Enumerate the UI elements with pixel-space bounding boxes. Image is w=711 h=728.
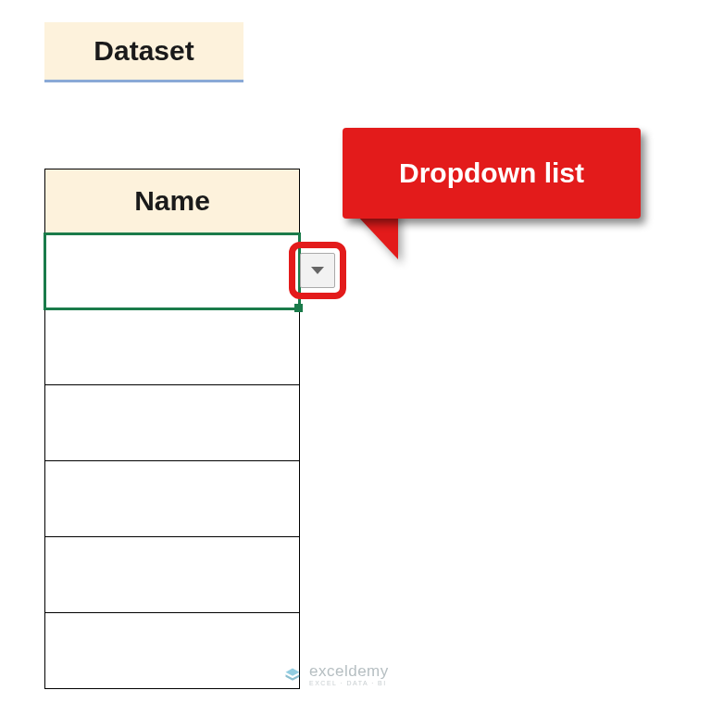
dataset-title: Dataset [44,22,243,82]
column-header-name[interactable]: Name [44,169,300,233]
table-row[interactable] [44,613,300,689]
table-row[interactable] [44,385,300,461]
callout-box: Dropdown list [343,128,641,219]
dropdown-button[interactable] [300,253,335,288]
watermark-subtitle: EXCEL · DATA · BI [309,680,389,686]
exceldemy-logo-icon [283,666,302,684]
callout-label: Dropdown list [399,157,584,189]
table-row[interactable] [44,537,300,613]
table-row[interactable] [44,309,300,385]
selected-cell[interactable] [44,232,301,310]
watermark: exceldemy EXCEL · DATA · BI [283,663,389,686]
fill-handle[interactable] [294,304,303,312]
watermark-brand: exceldemy [309,663,389,679]
table-row[interactable] [44,461,300,537]
